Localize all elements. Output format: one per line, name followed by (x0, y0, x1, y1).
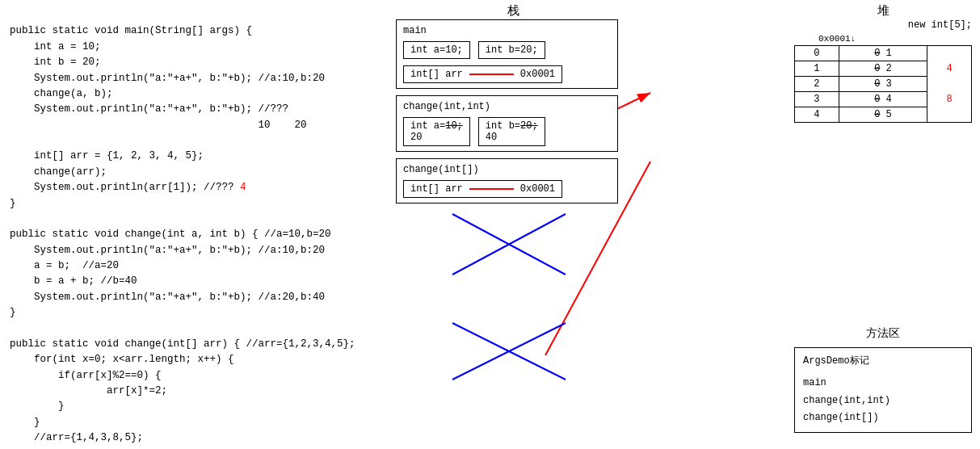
stack-label: 栈 (404, 3, 622, 19)
code-line-6: System.out.println("a:"+a+", b:"+b); //?… (10, 103, 288, 115)
code-line-10: change(arr); (10, 166, 107, 178)
heap-row-0: 0 0 1 (795, 46, 972, 61)
code-line-9: int[] arr = {1, 2, 3, 4, 5}; (10, 150, 204, 162)
code-line-21: public static void change(int[] arr) { /… (10, 338, 355, 350)
method-area-label: 方法区 (794, 326, 972, 341)
heap-row-2: 2 0 3 (795, 77, 972, 92)
code-line-24: arr[x]*=2; (10, 385, 167, 397)
main-var-b: int b=20; (478, 41, 545, 59)
heap-extra-0 (927, 46, 972, 61)
method-change-int-arr: change(int[]) (803, 409, 963, 427)
main-var-a: int a=10; (403, 41, 470, 59)
heap-table: 0 0 1 1 0 2 4 2 0 3 3 0 4 8 4 0 5 (794, 45, 972, 123)
heap-val-1: 0 2 (839, 61, 927, 77)
method-change-int-int: change(int,int) (803, 392, 963, 410)
heap-index-2: 2 (795, 77, 839, 92)
code-line-3: int b = 20; (10, 57, 101, 68)
method-area: ArgsDemo标记 main change(int,int) change(i… (794, 347, 972, 433)
heap-row-4: 4 0 5 (795, 107, 972, 123)
heap-val-0: 0 1 (839, 46, 927, 61)
change-int-int-vars: int a=10;20 int b=20;40 (403, 117, 611, 146)
heap-val-3: 0 4 (839, 92, 927, 107)
heap-area: new int[5]; 0x0001↓ 0 0 1 1 0 2 4 2 0 3 … (794, 19, 972, 123)
svg-line-5 (452, 323, 566, 380)
heap-extra-2 (927, 77, 972, 92)
main-frame-title: main (403, 25, 611, 36)
svg-line-2 (452, 214, 566, 275)
main-frame-vars: int a=10; int b=20; (403, 41, 611, 59)
code-line-26: } (10, 417, 40, 428)
heap-extra-3: 8 (927, 92, 972, 107)
main-arr-addr: 0x0001 (520, 69, 555, 80)
heap-index-3: 3 (795, 92, 839, 107)
method-main: main (803, 375, 963, 392)
code-line-25: } (10, 401, 65, 412)
code-line-18: System.out.println("a:"+a+", b:"+b); //a… (10, 292, 325, 303)
heap-new-label: new int[5]; (794, 19, 972, 31)
code-line-15: System.out.println("a:"+a+", b:"+b); //a… (10, 245, 325, 256)
heap-val-2: 0 3 (839, 77, 927, 92)
heap-row-3: 3 0 4 8 (795, 92, 972, 107)
change-var-b: int b=20;40 (478, 117, 545, 146)
arr-arrow-line (469, 73, 514, 75)
main-arr-box: int[] arr 0x0001 (403, 65, 562, 83)
heap-val-4: 0 5 (839, 107, 927, 123)
svg-line-4 (452, 323, 566, 380)
heap-extra-4 (927, 107, 972, 123)
code-line-23: if(arr[x]%2==0) { (10, 370, 162, 381)
heap-row-1: 1 0 2 4 (795, 61, 972, 77)
code-line-27: //arr={1,4,3,8,5}; (10, 432, 143, 443)
main-frame: main int a=10; int b=20; int[] arr 0x000… (396, 19, 618, 89)
main-arr-var: int[] arr 0x0001 (403, 65, 611, 83)
method-box: ArgsDemo标记 main change(int,int) change(i… (794, 347, 972, 433)
code-line-2: int a = 10; (10, 41, 101, 52)
code-line-16: a = b; //a=20 (10, 260, 119, 271)
change-var-a: int a=10;20 (403, 117, 470, 146)
heap-addr-label: 0x0001↓ (818, 34, 972, 44)
stack-area: main int a=10; int b=20; int[] arr 0x000… (396, 19, 618, 210)
heap-index-4: 4 (795, 107, 839, 123)
change-arr-var: int[] arr 0x0001 (403, 180, 611, 198)
code-line-13 (10, 213, 16, 224)
heap-extra-1: 4 (927, 61, 972, 77)
heap-index-1: 1 (795, 61, 839, 77)
change-int-arr-title: change(int[]) (403, 164, 611, 175)
change-int-int-frame: change(int,int) int a=10;20 int b=20;40 (396, 95, 618, 152)
code-line-20 (10, 323, 16, 334)
method-class: ArgsDemo标记 (803, 353, 963, 371)
code-line-8 (10, 135, 16, 146)
code-line-17: b = a + b; //b=40 (10, 275, 137, 287)
change-int-arr-frame: change(int[]) int[] arr 0x0001 (396, 158, 618, 204)
diagram-panel: 栈 main int a=10; int b=20; int[] arr 0x0… (380, 0, 980, 449)
main-arr-label: int[] arr (410, 69, 463, 80)
change-int-int-title: change(int,int) (403, 101, 611, 112)
code-panel: public static void main(String[] args) {… (0, 0, 380, 449)
code-line-4: System.out.println("a:"+a+", b:"+b); //a… (10, 73, 325, 84)
change-arr-box: int[] arr 0x0001 (403, 180, 562, 198)
code-line-5: change(a, b); (10, 88, 113, 99)
heap-index-0: 0 (795, 46, 839, 61)
heap-label: 堆 (794, 3, 972, 19)
change-arr-addr: 0x0001 (520, 183, 555, 195)
code-line-19: } (10, 307, 16, 318)
code-line-11: System.out.println(arr[1]); //??? 4 (10, 182, 246, 193)
code-line-7: 10 20 (10, 120, 307, 131)
code-line-14: public static void change(int a, int b) … (10, 229, 331, 240)
code-line-22: for(int x=0; x<arr.length; x++) { (10, 354, 234, 365)
change-arr-label: int[] arr (410, 183, 463, 195)
code-line-12: } (10, 198, 16, 209)
code-line-1: public static void main(String[] args) { (10, 25, 252, 36)
change-arr-arrow (469, 188, 514, 190)
svg-line-3 (452, 214, 566, 275)
